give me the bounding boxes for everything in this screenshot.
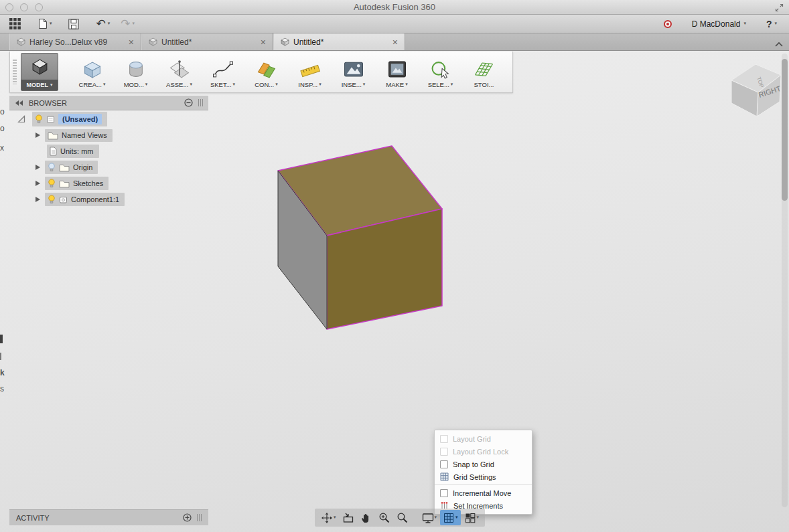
tree-item-units[interactable]: Units: mm [9, 143, 208, 159]
tree-item-label[interactable]: Origin [73, 163, 92, 171]
apps-grid-button[interactable] [9, 18, 21, 29]
tree-item-sketches[interactable]: Sketches [9, 175, 208, 191]
sketch-icon [212, 58, 234, 80]
ribbon-group-create[interactable]: CREA...▾ [70, 53, 114, 91]
ribbon-drag-handle[interactable] [13, 60, 17, 84]
document-tab-active[interactable]: Untitled* × [273, 33, 405, 50]
ribbon-group-label: CON... [255, 81, 274, 88]
construct-icon [255, 58, 278, 80]
tree-item-origin[interactable]: Origin [9, 159, 208, 175]
chevron-down-icon: ▾ [435, 515, 437, 520]
expand-plus-icon[interactable] [183, 513, 192, 522]
browser-panel-header[interactable]: BROWSER [9, 96, 208, 110]
menu-item-snap-to-grid[interactable]: Snap to Grid [435, 458, 532, 470]
active-component-icon[interactable] [17, 115, 25, 123]
chevron-down-icon: ▾ [275, 82, 278, 87]
visibility-bulb-off-icon[interactable] [48, 163, 56, 172]
menu-item-incremental-move[interactable]: Incremental Move [435, 486, 532, 499]
menu-item-layout-grid-lock: Layout Grid Lock [435, 445, 532, 458]
record-icon[interactable] [664, 20, 672, 28]
tab-close-button[interactable]: × [129, 37, 134, 47]
tree-item-label[interactable]: Named Views [62, 131, 107, 139]
ribbon-group-insert[interactable]: INSE...▾ [332, 53, 375, 91]
tab-title: Untitled* [161, 37, 257, 47]
tree-item-label[interactable]: Sketches [73, 179, 103, 187]
tree-item-label[interactable]: Component1:1 [71, 195, 119, 203]
panel-drag-handle[interactable] [197, 514, 202, 521]
chevron-down-icon: ▾ [103, 82, 106, 87]
viewcube[interactable]: TOP RIGHT [722, 56, 786, 120]
tree-item-component[interactable]: Component1:1 [9, 191, 208, 207]
edge-artifact-mark [0, 335, 3, 343]
tab-close-button[interactable]: × [261, 37, 266, 47]
redo-icon: ↷ [121, 18, 130, 29]
checkbox[interactable] [440, 489, 448, 497]
redo-button[interactable]: ↷ ▾ [121, 18, 135, 29]
fit-button[interactable] [394, 510, 411, 525]
look-at-button[interactable] [340, 510, 357, 525]
fullscreen-icon[interactable] [775, 3, 784, 15]
ribbon-group-stoi[interactable]: STOI... [462, 53, 506, 91]
visibility-bulb-icon[interactable] [48, 195, 56, 204]
disclosure-triangle-icon[interactable] [35, 180, 41, 187]
panel-drag-handle[interactable] [198, 99, 203, 106]
ribbon-group-label: MOD... [124, 81, 144, 88]
disclosure-triangle-icon[interactable] [35, 196, 41, 203]
minimize-panel-icon[interactable] [184, 98, 193, 107]
checkbox [440, 435, 448, 443]
monitor-icon [422, 512, 434, 524]
scrollbar-thumb[interactable] [782, 59, 788, 201]
tree-item-label[interactable]: (Unsaved) [58, 114, 102, 124]
chevron-down-icon: ▾ [50, 83, 53, 88]
orbit-button[interactable]: ▾ [318, 510, 339, 525]
ribbon-group-make[interactable]: MAKE▾ [375, 53, 419, 91]
vertical-scrollbar[interactable] [782, 54, 788, 507]
user-account-menu[interactable]: D MacDonald ▾ [692, 19, 746, 29]
visibility-bulb-icon[interactable] [35, 114, 43, 124]
menu-item-grid-settings[interactable]: Grid Settings [435, 470, 532, 483]
disclosure-triangle-icon[interactable] [35, 132, 41, 139]
menu-item-label: Incremental Move [453, 489, 511, 497]
display-settings-button[interactable]: ▾ [419, 510, 440, 525]
model-cube[interactable] [271, 142, 447, 333]
activity-label: ACTIVITY [16, 514, 50, 522]
ribbon-group-label: CREA... [79, 81, 102, 88]
document-tabbar: Harley So...Delux v89 × Untitled* × Unti… [0, 33, 789, 51]
file-menu-button[interactable]: ▾ [38, 18, 52, 29]
grid-snaps-button[interactable]: ▾ [440, 510, 461, 525]
document-tab[interactable]: Untitled* × [141, 33, 273, 50]
ribbon-group-construct[interactable]: CON...▾ [244, 53, 288, 91]
tree-item-named-views[interactable]: Named Views [9, 127, 208, 143]
ribbon-group-modify[interactable]: MOD...▾ [114, 53, 157, 91]
grid-icon [440, 472, 449, 481]
undo-icon: ↶ [96, 18, 106, 29]
apps-grid-icon [9, 18, 21, 29]
document-node-icon [46, 115, 55, 124]
save-button[interactable] [68, 19, 79, 29]
edge-artifact-text: o [0, 124, 7, 133]
checkbox[interactable] [440, 460, 448, 468]
ribbon-group-label: MAKE [386, 81, 404, 88]
ribbon-group-assemble[interactable]: ASSE...▾ [157, 53, 201, 91]
activity-bar[interactable]: ACTIVITY [9, 509, 208, 525]
collapse-panel-icon[interactable] [15, 100, 23, 106]
tabbar-collapse-button[interactable] [774, 38, 784, 50]
undo-button[interactable]: ↶ ▾ [96, 18, 111, 29]
tab-close-button[interactable]: × [392, 37, 398, 47]
visibility-bulb-icon[interactable] [48, 179, 56, 188]
tree-item-root[interactable]: (Unsaved) [9, 111, 208, 127]
zoom-button[interactable] [376, 510, 393, 525]
ribbon-group-inspect[interactable]: INSP...▾ [288, 53, 332, 91]
disclosure-triangle-icon[interactable] [35, 164, 41, 171]
help-menu[interactable]: ? ▾ [766, 19, 777, 29]
ribbon-group-select[interactable]: SELE...▾ [419, 53, 462, 91]
viewports-button[interactable]: ▾ [461, 510, 482, 525]
ribbon-group-sketch[interactable]: SKET...▾ [201, 53, 244, 91]
tree-item-label[interactable]: Units: mm [60, 147, 94, 155]
document-cube-icon [281, 37, 289, 46]
ribbon-group-label: INSE... [342, 81, 362, 88]
pan-button[interactable] [358, 510, 375, 525]
chevron-down-icon: ▾ [774, 21, 777, 26]
workspace-selector-button[interactable]: MODEL ▾ [21, 53, 58, 91]
document-tab[interactable]: Harley So...Delux v89 × [9, 33, 141, 50]
